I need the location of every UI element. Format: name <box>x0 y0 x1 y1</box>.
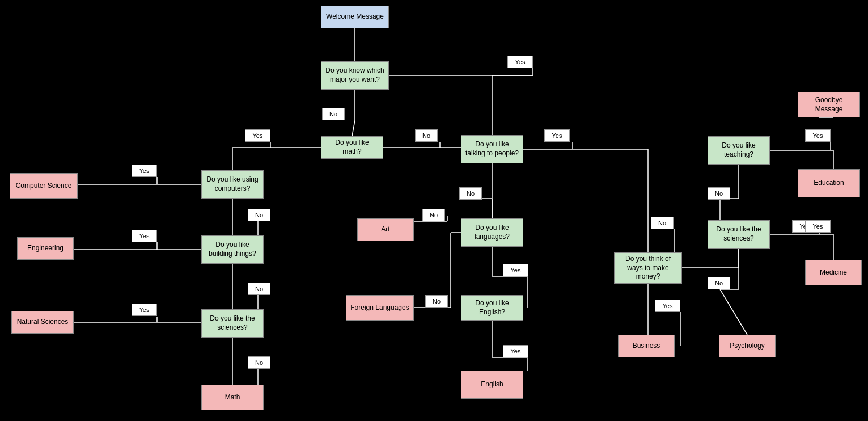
welcome: Welcome Message <box>321 6 389 28</box>
education: Education <box>798 169 860 197</box>
math: Math <box>201 385 264 410</box>
engineering: Engineering <box>17 237 74 260</box>
foreign-languages: Foreign Languages <box>346 295 414 321</box>
lbl-yes6: Yes <box>544 129 570 142</box>
lbl-yes3: Yes <box>132 165 157 177</box>
art: Art <box>357 218 414 241</box>
q-know-major: Do you know which major you want? <box>321 61 389 90</box>
lbl-no8: No <box>425 295 448 308</box>
q-like-teaching: Do you like teaching? <box>708 136 770 165</box>
medicine: Medicine <box>805 260 862 285</box>
q-like-sciences1: Do you like the sciences? <box>201 309 264 338</box>
lbl-no10: No <box>708 187 730 200</box>
lbl-no6: No <box>459 187 482 200</box>
q-like-math: Do you like math? <box>321 136 383 159</box>
lbl-yes5: Yes <box>132 304 157 316</box>
lbl-no4: No <box>248 283 270 295</box>
lbl-yes9: Yes <box>655 300 680 312</box>
q-like-building: Do you like building things? <box>201 235 264 264</box>
q-like-sciences2: Do you like the sciences? <box>708 220 770 249</box>
lbl-yes12: Yes <box>805 220 831 233</box>
svg-line-64 <box>720 289 747 335</box>
lbl-no1: No <box>322 108 345 120</box>
lbl-yes1: Yes <box>507 56 533 68</box>
psychology: Psychology <box>719 335 776 357</box>
lbl-yes10: Yes <box>805 129 831 142</box>
lbl-yes7: Yes <box>503 264 528 276</box>
lbl-no11: No <box>708 277 730 289</box>
lbl-no7: No <box>422 209 445 221</box>
lbl-yes8: Yes <box>503 345 528 357</box>
q-make-money: Do you think of ways to make money? <box>614 252 682 284</box>
q-like-talking: Do you like talking to people? <box>461 135 523 163</box>
computer-science: Computer Science <box>10 173 78 199</box>
svg-line-12 <box>352 120 355 136</box>
q-like-computers: Do you like using computers? <box>201 170 264 199</box>
lbl-no2: No <box>415 129 438 142</box>
lbl-no3: No <box>248 209 270 221</box>
flowchart: Welcome MessageDo you know which major y… <box>0 0 868 421</box>
q-like-english: Do you like English? <box>461 295 523 321</box>
q-like-languages: Do you like languages? <box>461 218 523 247</box>
lbl-yes4: Yes <box>132 230 157 242</box>
lbl-no5: No <box>248 356 270 369</box>
lbl-no9: No <box>651 217 674 229</box>
natural-sciences: Natural Sciences <box>11 311 74 334</box>
lbl-yes2: Yes <box>245 129 270 142</box>
business: Business <box>618 335 675 357</box>
goodbye: Goodbye Message <box>798 92 860 117</box>
english: English <box>461 371 523 399</box>
